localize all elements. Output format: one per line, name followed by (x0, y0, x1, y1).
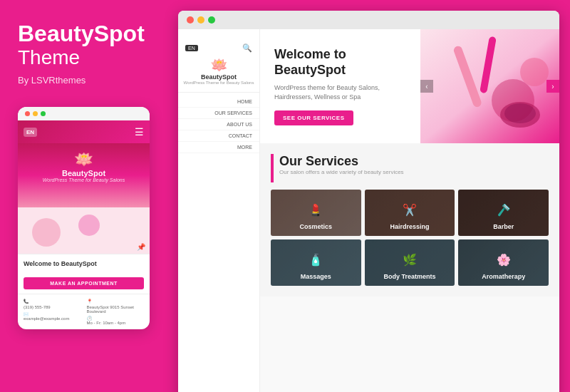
nav-item-services[interactable]: OUR SERVICES (178, 108, 259, 119)
mobile-dot-red (25, 111, 30, 116)
hero-title: Welcome to BeautySpot (274, 47, 406, 78)
service-card-massages[interactable]: 🧴 Massages (271, 239, 361, 286)
nav-lang-row: EN 🔍 (178, 40, 259, 56)
mobile-pin-icon: 📌 (137, 243, 145, 251)
hairdressing-label: Hairdressing (390, 223, 429, 230)
mobile-brand-name: BeautySpot (25, 169, 142, 177)
services-header: Our Services Our salon offers a wide var… (271, 154, 549, 182)
mobile-welcome-section: Welcome to BeautySpot (18, 254, 150, 273)
mobile-lotus-icon: 🪷 (25, 150, 142, 169)
barber-label: Barber (493, 223, 514, 230)
services-grid: 💄 Cosmetics ✂️ Hairdressing (271, 190, 549, 286)
service-card-barber[interactable]: 🪒 Barber (458, 190, 549, 236)
services-title: Our Services (279, 154, 404, 169)
hero-description: WordPress theme for Beauty Salons,Hairdr… (274, 83, 406, 101)
mobile-menu-icon[interactable]: ☰ (135, 126, 144, 138)
service-card-hairdressing[interactable]: ✂️ Hairdressing (365, 190, 455, 236)
nav-search-icon[interactable]: 🔍 (242, 43, 252, 53)
body-treatments-label: Body Treatments (383, 273, 435, 280)
mobile-welcome-text: Welcome to BeautySpot (24, 260, 144, 267)
browser-dot-red[interactable] (187, 16, 194, 24)
services-accent-bar (271, 154, 274, 182)
aromatherapy-icon: 🌸 (462, 253, 544, 267)
browser-dot-yellow[interactable] (197, 16, 204, 24)
site-nav-header: 🪷 BeautySpot WordPress Theme for Beauty … (178, 56, 259, 93)
hero-image: ‹ › (420, 29, 559, 143)
body-treatments-icon: 🌿 (369, 253, 451, 267)
mobile-appointment-button[interactable]: MAKE AN APPOINTMENT (24, 277, 144, 289)
service-card-aromatherapy[interactable]: 🌸 Aromatherapy (458, 239, 549, 286)
browser-window: EN 🔍 🪷 BeautySpot WordPress Theme for Be… (178, 11, 559, 392)
massages-icon: 🧴 (275, 253, 357, 267)
hero-prev-arrow[interactable]: ‹ (420, 80, 433, 93)
mobile-hero: 🪷 BeautySpot WordPress Theme for Beauty … (18, 143, 150, 207)
nav-lotus-icon: 🪷 (178, 56, 259, 73)
services-header-text: Our Services Our salon offers a wide var… (279, 154, 404, 175)
nav-tagline: WordPress Theme for Beauty Salons (178, 81, 259, 85)
hero-section: Welcome to BeautySpot WordPress theme fo… (260, 29, 559, 143)
nav-item-home[interactable]: HOME (178, 96, 259, 108)
nav-item-more[interactable]: MORE (178, 142, 259, 153)
cosmetics-icon: 💄 (275, 203, 357, 217)
svg-point-6 (504, 103, 536, 123)
services-subtitle: Our salon offers a wide variety of beaut… (279, 169, 404, 175)
main-content: Welcome to BeautySpot WordPress theme fo… (260, 29, 559, 392)
mobile-address-info: 📍 BeautySpot 9015 Sunset Boulevard 🕐 Mo … (87, 299, 145, 325)
site-nav: EN 🔍 🪷 BeautySpot WordPress Theme for Be… (178, 29, 260, 392)
hero-cta-button[interactable]: SEE OUR SERVICES (274, 110, 353, 125)
browser-content: EN 🔍 🪷 BeautySpot WordPress Theme for Be… (178, 29, 559, 392)
hero-image-bg (420, 29, 559, 143)
mobile-lang-badge: EN (24, 128, 37, 137)
mobile-photo-bg (18, 207, 150, 254)
brand-title: BeautySpot Theme By LSVRthemes (18, 21, 160, 107)
mobile-dot-green (41, 111, 46, 116)
mobile-tagline: WordPress Theme for Beauty Salons (25, 177, 142, 182)
nav-item-contact[interactable]: CONTACT (178, 130, 259, 142)
nav-lang-badge[interactable]: EN (185, 45, 198, 51)
mobile-top-bar (18, 107, 150, 120)
mobile-footer-info: 📞 (319) 555-789 ✉️ example@example.com 📍… (18, 294, 150, 329)
cosmetics-label: Cosmetics (300, 223, 333, 230)
nav-item-about[interactable]: ABOUT US (178, 119, 259, 130)
hero-next-arrow[interactable]: › (546, 80, 559, 93)
aromatherapy-label: Aromatherapy (482, 273, 525, 280)
barber-icon: 🪒 (462, 203, 544, 217)
browser-dot-green[interactable] (208, 16, 215, 24)
service-card-cosmetics[interactable]: 💄 Cosmetics (271, 190, 361, 236)
mobile-dot-yellow (33, 111, 38, 116)
browser-top-bar (178, 11, 559, 29)
mobile-mockup: EN ☰ 🪷 BeautySpot WordPress Theme for Be… (18, 107, 150, 329)
services-section: Our Services Our salon offers a wide var… (260, 143, 559, 296)
massages-label: Massages (301, 273, 331, 280)
hairdressing-icon: ✂️ (369, 203, 451, 217)
left-panel: BeautySpot Theme By LSVRthemes EN ☰ 🪷 Be… (0, 0, 178, 392)
nav-menu: HOME OUR SERVICES ABOUT US CONTACT MORE (178, 96, 259, 153)
hero-text: Welcome to BeautySpot WordPress theme fo… (260, 29, 420, 143)
service-card-body-treatments[interactable]: 🌿 Body Treatments (365, 239, 455, 286)
mobile-phone-info: 📞 (319) 555-789 ✉️ example@example.com (24, 299, 81, 325)
mobile-header: EN ☰ (18, 120, 150, 143)
nav-brand: BeautySpot (178, 73, 259, 81)
mobile-photo: 📌 (18, 207, 150, 254)
svg-point-4 (520, 58, 549, 86)
